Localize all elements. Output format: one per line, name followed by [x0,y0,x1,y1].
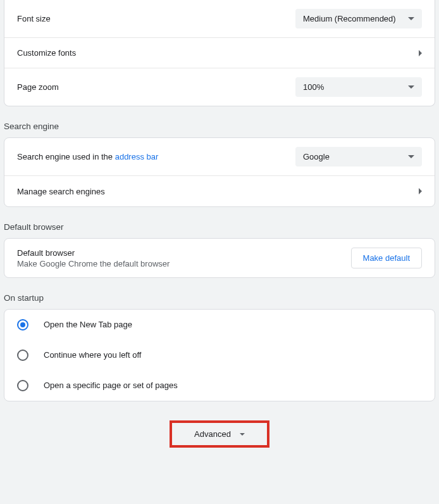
startup-option-continue[interactable]: Continue where you left off [4,340,435,370]
font-size-label: Font size [17,14,295,23]
search-engine-label: Search engine used in the address bar [17,152,295,161]
search-engine-select[interactable]: Google [295,147,422,167]
customize-fonts-label: Customize fonts [17,48,419,58]
manage-search-engines-row[interactable]: Manage search engines [4,176,435,206]
address-bar-link[interactable]: address bar [115,152,159,161]
search-engine-section-title: Search engine [4,122,435,131]
radio-icon[interactable] [17,350,28,361]
font-size-select[interactable]: Medium (Recommended) [295,9,422,28]
customize-fonts-row[interactable]: Customize fonts [4,38,435,68]
make-default-button[interactable]: Make default [351,248,422,268]
chevron-down-icon [408,17,414,20]
manage-search-engines-label: Manage search engines [17,187,419,196]
page-zoom-value: 100% [303,82,324,92]
startup-option-label: Continue where you left off [44,350,141,360]
startup-panel: Open the New Tab page Continue where you… [4,309,435,401]
chevron-down-icon [408,85,414,89]
startup-option-label: Open the New Tab page [44,320,132,329]
chevron-down-icon [240,433,245,436]
advanced-highlight-box: Advanced [170,420,269,448]
advanced-toggle-button[interactable]: Advanced [194,429,245,439]
startup-option-label: Open a specific page or set of pages [44,381,178,390]
startup-section-title: On startup [4,293,435,303]
search-engine-panel: Search engine used in the address bar Go… [4,137,435,207]
appearance-panel: Font size Medium (Recommended) Customize… [4,0,435,106]
page-zoom-select[interactable]: 100% [295,77,422,97]
search-engine-label-prefix: Search engine used in the [17,152,115,161]
startup-option-specific-pages[interactable]: Open a specific page or set of pages [4,370,435,401]
startup-option-new-tab[interactable]: Open the New Tab page [4,310,435,340]
default-browser-section-title: Default browser [4,222,435,232]
chevron-right-icon [419,188,422,194]
default-browser-row: Default browser Make Google Chrome the d… [4,239,435,277]
default-browser-row-sub: Make Google Chrome the default browser [17,259,351,268]
page-zoom-label: Page zoom [17,82,295,92]
chevron-down-icon [408,155,414,158]
advanced-section: Advanced [0,420,439,448]
default-browser-panel: Default browser Make Google Chrome the d… [4,238,435,278]
page-zoom-row: Page zoom 100% [4,68,435,106]
font-size-row: Font size Medium (Recommended) [4,0,435,38]
radio-icon[interactable] [17,380,28,391]
chevron-right-icon [419,50,422,56]
font-size-value: Medium (Recommended) [303,14,396,23]
radio-icon[interactable] [17,319,28,331]
default-browser-row-title: Default browser [17,248,351,258]
search-engine-value: Google [303,152,330,161]
advanced-label: Advanced [194,429,231,439]
search-engine-row: Search engine used in the address bar Go… [4,138,435,176]
